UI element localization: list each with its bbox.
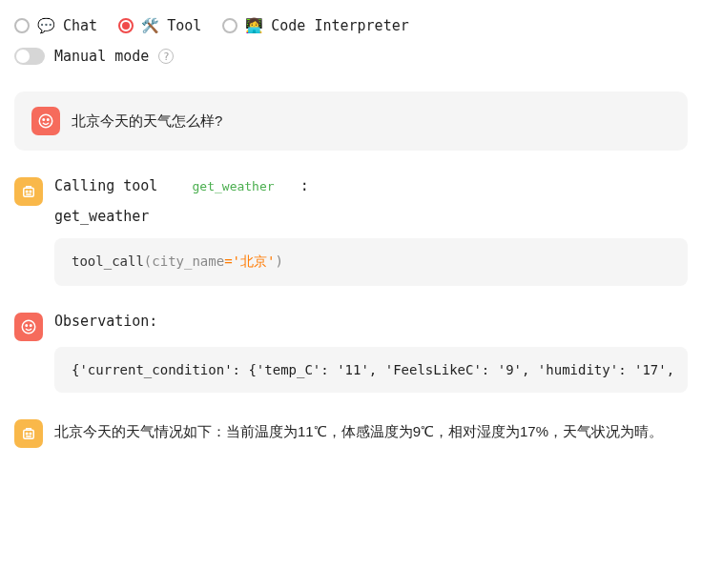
chat-bubble-icon: 💬 [37, 17, 55, 34]
assistant-avatar-icon [14, 177, 43, 206]
svg-point-2 [48, 119, 50, 121]
calling-suffix: : [300, 177, 309, 194]
svg-point-6 [22, 320, 35, 334]
assistant-tool-call: Calling tool get_weather : get_weather t… [14, 177, 688, 286]
hammer-wrench-icon: 🛠️ [141, 17, 159, 34]
mode-selector: 💬 Chat 🛠️ Tool 👩‍💻 Code Interpreter [14, 17, 688, 34]
user-message: 北京今天的天气怎么样? [14, 91, 688, 151]
observation-title: Observation: [54, 313, 688, 330]
manual-mode-toggle[interactable] [14, 48, 45, 65]
mode-label: Chat [63, 17, 97, 34]
svg-point-10 [26, 433, 28, 435]
svg-point-8 [31, 325, 32, 327]
svg-point-7 [26, 325, 28, 327]
assistant-avatar-icon [14, 419, 43, 448]
technologist-icon: 👩‍💻 [245, 17, 263, 34]
observation-message: Observation: {'current_condition': {'tem… [14, 313, 688, 393]
radio-icon [222, 18, 237, 33]
observation-content: {'current_condition': {'temp_C': '11', '… [54, 347, 688, 393]
tool-name: get_weather [193, 179, 275, 193]
svg-point-0 [39, 114, 52, 128]
manual-mode-label: Manual mode [54, 48, 149, 65]
user-avatar-icon [31, 107, 60, 135]
assistant-answer-text: 北京今天的天气情况如下：当前温度为11℃，体感温度为9℃，相对湿度为17%，天气… [54, 419, 688, 444]
calling-tool-line: Calling tool get_weather : [54, 177, 688, 194]
assistant-answer: 北京今天的天气情况如下：当前温度为11℃，体感温度为9℃，相对湿度为17%，天气… [14, 419, 688, 448]
svg-rect-3 [24, 188, 34, 196]
svg-point-11 [30, 433, 31, 435]
mode-label: Tool [167, 17, 201, 34]
mode-label: Code Interpreter [271, 17, 409, 34]
svg-point-5 [30, 191, 31, 193]
svg-rect-9 [24, 430, 34, 438]
tool-function-name: get_weather [54, 208, 688, 225]
mode-option-chat[interactable]: 💬 Chat [14, 17, 97, 34]
calling-prefix: Calling tool [54, 177, 157, 194]
svg-point-4 [26, 191, 28, 193]
mode-option-tool[interactable]: 🛠️ Tool [118, 17, 201, 34]
tool-call-code: tool_call(city_name='北京') [54, 238, 688, 286]
svg-point-1 [43, 119, 45, 121]
radio-icon [118, 18, 134, 33]
user-avatar-icon [14, 313, 43, 341]
radio-icon [14, 18, 30, 33]
mode-option-code-interpreter[interactable]: 👩‍💻 Code Interpreter [222, 17, 409, 34]
user-message-text: 北京今天的天气怎么样? [72, 112, 222, 131]
manual-mode-row: Manual mode ? [14, 48, 688, 65]
help-icon[interactable]: ? [158, 49, 174, 64]
